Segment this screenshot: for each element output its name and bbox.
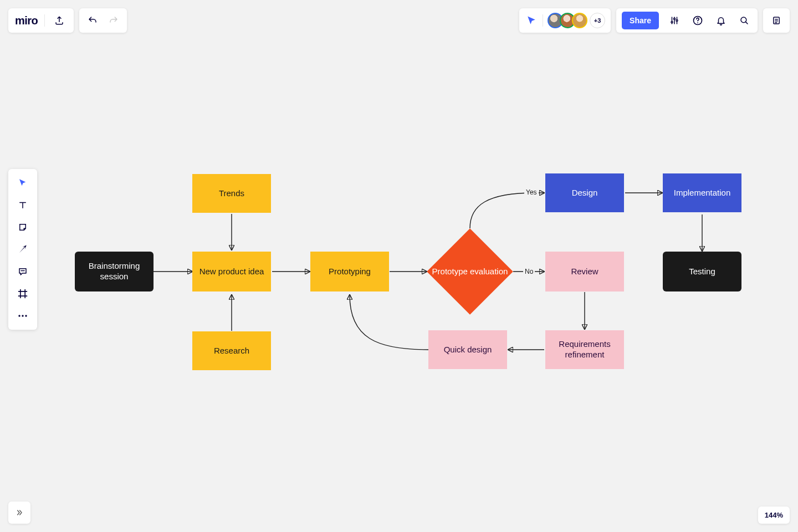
node-label: Prototyping [329,267,371,277]
node-label: Review [571,267,598,277]
node-prototyping[interactable]: Prototyping [310,252,389,291]
node-label: Requirements refinement [551,339,618,360]
edge-label-no: No [523,268,535,275]
node-trends[interactable]: Trends [192,174,271,213]
node-label: Quick design [444,345,492,355]
node-new-product-idea[interactable]: New product idea [192,252,271,291]
node-requirements-refinement[interactable]: Requirements refinement [545,330,624,369]
node-label: Research [214,346,249,356]
node-research[interactable]: Research [192,331,271,370]
node-design[interactable]: Design [545,173,624,212]
node-prototype-evaluation[interactable]: Prototype evaluation [427,228,513,315]
canvas[interactable]: Yes No Brainstorming session Trends New … [0,0,798,532]
node-label: Brainstorming session [80,261,148,282]
node-review[interactable]: Review [545,252,624,291]
node-testing[interactable]: Testing [663,252,741,291]
node-label: Design [572,188,598,198]
node-implementation[interactable]: Implementation [663,173,741,212]
node-label: Implementation [674,188,731,198]
edge-label-yes: Yes [524,188,539,196]
node-label: Testing [689,267,715,277]
node-quick-design[interactable]: Quick design [428,330,507,369]
node-label: Prototype evaluation [432,267,508,277]
node-label: New product idea [200,267,264,277]
node-label: Trends [219,188,244,199]
node-brainstorm[interactable]: Brainstorming session [75,252,154,291]
